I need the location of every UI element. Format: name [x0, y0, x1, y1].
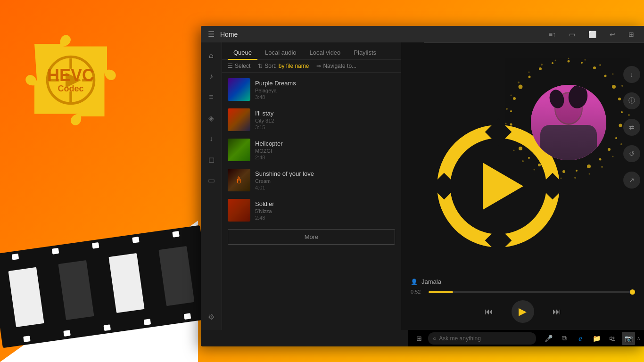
progress-bar[interactable]	[429, 291, 635, 293]
waveform-line	[424, 42, 644, 43]
song-item[interactable]: Purple Dreams Pelageya 3:48	[222, 74, 401, 105]
song-duration: 2:48	[255, 155, 395, 160]
song-title: Soldier	[255, 200, 395, 207]
svg-point-0	[568, 60, 570, 63]
next-button[interactable]: ⏭	[548, 303, 565, 320]
song-item[interactable]: 🕯 Sunshine of your love Cream 4:01	[222, 165, 401, 195]
sidebar-icon-settings[interactable]: ⚙	[203, 308, 220, 325]
app-window: ☰ Home ≡↑ ▭ ⬜ ↩ ⊞ ⌂ ♪ ≡ ◈ ↓ ◻ ▭ ⚙	[201, 26, 644, 346]
sidebar: ⌂ ♪ ≡ ◈ ↓ ◻ ▭ ⚙	[201, 42, 222, 330]
repeat-ctrl-btn[interactable]: ↺	[623, 145, 640, 162]
album-art-inner	[531, 85, 606, 160]
hevc-logo: HEVC Codec	[19, 28, 123, 132]
song-item[interactable]: Helicopter MOZGI 2:48	[222, 135, 401, 165]
queue-icon[interactable]: ≡↑	[546, 30, 559, 39]
tab-local-audio[interactable]: Local audio	[259, 46, 302, 60]
svg-point-19	[510, 123, 512, 126]
more-button[interactable]: More	[228, 229, 395, 245]
app-title: Home	[220, 31, 238, 38]
song-info: Purple Dreams Pelageya 3:48	[255, 80, 395, 100]
svg-point-4	[612, 85, 616, 89]
filmstrip-hole	[92, 242, 99, 249]
svg-point-35	[612, 156, 614, 157]
filmstrip-hole	[184, 313, 191, 320]
song-thumbnail	[228, 108, 250, 131]
filmstrip-hole	[103, 324, 111, 331]
progress-container[interactable]: 0:52	[411, 289, 635, 295]
progress-current-time: 0:52	[411, 289, 425, 295]
edge-icon[interactable]: ℯ	[574, 332, 587, 345]
filmstrip-frame	[58, 260, 94, 320]
svg-point-46	[506, 108, 508, 110]
svg-point-27	[585, 59, 586, 61]
sidebar-icon-music[interactable]: ♪	[203, 68, 220, 85]
navigate-label: Navigate to...	[323, 63, 356, 69]
progress-thumb	[630, 289, 635, 295]
hevc-sub-text: Codec	[47, 84, 94, 94]
windows-start-button[interactable]: ⊞	[412, 331, 426, 346]
share-ctrl-btn[interactable]: ↗	[623, 172, 640, 189]
svg-point-21	[513, 97, 516, 100]
tablet-icon[interactable]: ▭	[566, 30, 578, 39]
camera-icon[interactable]: 📷	[622, 332, 635, 345]
store-icon[interactable]: 🛍	[606, 332, 619, 345]
song-artist: Pelageya	[255, 88, 395, 93]
tab-queue[interactable]: Queue	[228, 46, 257, 60]
sidebar-icon-volume[interactable]: ◈	[203, 109, 220, 126]
sidebar-icon-home[interactable]: ⌂	[203, 47, 220, 64]
shuffle-ctrl-btn[interactable]: ⇄	[623, 119, 640, 136]
taskbar: ⊞ ○ Ask me anything 🎤 ⧉ ℯ 📁 🛍 📷 ∧	[408, 330, 644, 346]
filmstrip-hole	[132, 237, 140, 243]
task-view-icon[interactable]: ⧉	[558, 332, 571, 345]
svg-point-41	[534, 169, 535, 171]
play-pause-button[interactable]: ▶	[512, 300, 534, 323]
svg-point-25	[552, 62, 553, 64]
tab-playlists[interactable]: Playlists	[348, 46, 382, 60]
song-artist: Cream	[255, 178, 395, 184]
song-title: Helicopter	[255, 140, 395, 147]
microphone-taskbar-icon[interactable]: 🎤	[542, 332, 555, 345]
song-info: Sunshine of your love Cream 4:01	[255, 170, 395, 190]
svg-point-20	[510, 110, 512, 112]
svg-point-1	[581, 62, 583, 64]
prev-button[interactable]: ⏮	[480, 303, 497, 320]
sidebar-icon-cast[interactable]: ◻	[203, 151, 220, 168]
song-info: I'll stay City 312 3:15	[255, 110, 395, 130]
navigate-btn[interactable]: ⇒ Navigate to...	[316, 63, 356, 69]
svg-point-34	[620, 143, 622, 145]
search-box[interactable]: ○ Ask me anything	[428, 332, 536, 345]
thumb-helicopter	[228, 139, 250, 161]
fullscreen-icon[interactable]: ⬜	[586, 30, 599, 39]
sidebar-icon-queue[interactable]: ≡	[203, 89, 220, 106]
layout-icon[interactable]: ⊞	[626, 30, 637, 39]
song-thumbnail	[228, 78, 250, 101]
song-info: Helicopter MOZGI 2:48	[255, 140, 395, 160]
song-item[interactable]: I'll stay City 312 3:15	[222, 105, 401, 135]
hamburger-icon[interactable]: ☰	[208, 30, 215, 39]
filmstrip-hole	[144, 319, 151, 325]
hevc-text-container: HEVC Codec	[47, 67, 94, 94]
filmstrip-frame	[108, 253, 144, 313]
svg-point-28	[599, 64, 601, 66]
song-artist: MOZGI	[255, 148, 395, 154]
song-title: I'll stay	[255, 110, 395, 117]
explorer-icon[interactable]: 📁	[590, 332, 603, 345]
back-icon[interactable]: ↩	[607, 30, 618, 39]
filmstrip-hole	[52, 248, 59, 255]
svg-point-29	[612, 74, 614, 75]
taskbar-right: ∧	[637, 336, 640, 341]
sidebar-icon-download[interactable]: ↓	[203, 130, 220, 147]
tab-local-video[interactable]: Local video	[304, 46, 347, 60]
thumb-soldier	[228, 199, 250, 222]
svg-point-2	[593, 66, 596, 69]
up-arrow-icon[interactable]: ∧	[637, 336, 640, 341]
info-ctrl-btn[interactable]: ⓘ	[623, 92, 640, 109]
sidebar-icon-monitor[interactable]: ▭	[203, 172, 220, 189]
select-btn[interactable]: ☰ Select	[228, 63, 250, 69]
taskbar-icons: 🎤 ⧉ ℯ 📁 🛍 📷	[542, 332, 635, 345]
navigate-icon: ⇒	[316, 63, 321, 69]
svg-point-11	[587, 165, 591, 168]
download-ctrl-btn[interactable]: ↓	[623, 66, 640, 83]
song-item[interactable]: Soldier 5'Nizza 2:48	[222, 195, 401, 225]
sort-btn[interactable]: ⇅ Sort: by file name	[258, 63, 309, 69]
